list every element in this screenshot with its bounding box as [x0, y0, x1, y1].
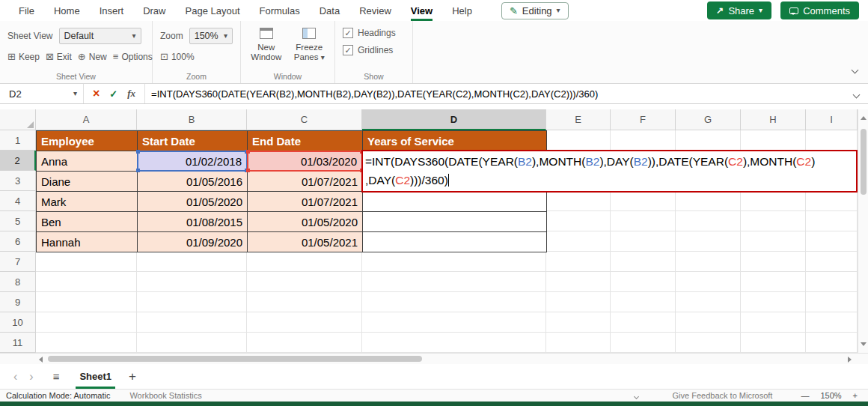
tab-view[interactable]: View	[401, 0, 442, 21]
reference-handle[interactable]	[136, 150, 140, 154]
tab-draw[interactable]: Draw	[133, 0, 175, 21]
cell-B6[interactable]: 01/09/2020	[137, 231, 248, 252]
cell-B5[interactable]: 01/08/2015	[137, 211, 248, 232]
bottom-accent-bar	[0, 402, 868, 406]
tab-review[interactable]: Review	[349, 0, 401, 21]
cell-A5[interactable]: Ben	[36, 211, 138, 232]
cell-A6[interactable]: Hannah	[36, 231, 138, 252]
gridlines-checkbox-row[interactable]: ✓ Gridlines	[343, 45, 405, 55]
cell-D1[interactable]: Years of Service	[362, 130, 547, 151]
exit-button[interactable]: ⊠ Exit	[46, 51, 72, 62]
cell-D6[interactable]	[362, 231, 547, 252]
new-window-button[interactable]: New Window	[248, 28, 284, 62]
zoom-dropdown[interactable]: 150% ▾	[189, 28, 233, 44]
keep-button[interactable]: ⊞ Keep	[7, 51, 40, 62]
cell-A2[interactable]: Anna	[36, 151, 138, 172]
tab-formulas[interactable]: Formulas	[250, 0, 310, 21]
zoom-100-button[interactable]: ⊡ 100%	[160, 51, 195, 62]
scroll-left-arrow-icon[interactable]	[39, 357, 43, 363]
enter-icon[interactable]: ✓	[109, 88, 117, 100]
cell-B1[interactable]: Start Date	[137, 130, 248, 151]
next-sheet-icon[interactable]: ›	[23, 370, 39, 384]
formula-input[interactable]: =INT(DAYS360(DATE(YEAR(B2),MONTH(B2),DAY…	[145, 88, 845, 100]
freeze-panes-button[interactable]: Freeze Panes ▾	[292, 28, 328, 62]
name-box[interactable]: D2 ▾	[0, 84, 84, 103]
tab-data[interactable]: Data	[310, 0, 349, 21]
scroll-down-arrow-icon[interactable]	[861, 342, 867, 346]
formula-segment: B2	[634, 155, 648, 168]
tab-home[interactable]: Home	[44, 0, 90, 21]
share-label: Share	[728, 5, 754, 16]
give-feedback-link[interactable]: Give Feedback to Microsoft	[673, 391, 773, 400]
show-group-label: Show	[335, 72, 412, 81]
share-button[interactable]: ↗ Share ▾	[707, 1, 771, 19]
reference-handle[interactable]	[246, 150, 250, 154]
headings-checkbox-row[interactable]: ✓ Headings	[343, 28, 405, 38]
formula-segment: B2	[585, 155, 599, 168]
share-icon: ↗	[716, 5, 724, 16]
headings-checkbox[interactable]: ✓	[343, 28, 353, 38]
collapse-ribbon-button[interactable]	[852, 62, 858, 76]
scroll-up-arrow-icon[interactable]	[861, 116, 867, 120]
options-button[interactable]: ≡ Options	[113, 51, 153, 62]
vertical-scrollbar-thumb[interactable]	[861, 129, 867, 195]
cell-A4[interactable]: Mark	[36, 191, 138, 212]
tab-page-layout[interactable]: Page Layout	[176, 0, 250, 21]
cell-B2-referenced[interactable]: 01/02/2018	[137, 151, 248, 172]
sheet-view-dropdown-value: Default	[64, 31, 94, 41]
horizontal-scrollbar[interactable]	[0, 353, 868, 364]
formula-bar-buttons: × ✓ fx	[84, 84, 145, 103]
insert-function-icon[interactable]: fx	[127, 88, 135, 100]
zoom-in-icon[interactable]: +	[853, 391, 858, 400]
scroll-right-arrow-icon[interactable]	[848, 357, 852, 363]
reference-handle[interactable]	[136, 169, 140, 172]
cell-D4[interactable]	[362, 191, 547, 212]
cell-B2-value: 01/02/2018	[186, 155, 242, 168]
cell-C6[interactable]: 01/05/2021	[247, 231, 363, 252]
zoom-controls: — 150% +	[801, 391, 858, 400]
tab-insert[interactable]: Insert	[90, 0, 134, 21]
ribbon: Sheet View Default ▾ ⊞ Keep ⊠ Exit ⊕ New	[0, 21, 868, 84]
new-sheet-view-button[interactable]: ⊕ New	[78, 51, 107, 62]
cell-C3[interactable]: 01/07/2021	[247, 171, 363, 192]
formula-segment: ),DAY(	[599, 155, 633, 168]
cell-A1[interactable]: Employee	[36, 130, 138, 151]
tab-file[interactable]: File	[9, 0, 44, 21]
sheet-list-menu-icon[interactable]: ≡	[47, 370, 66, 383]
cell-C1[interactable]: End Date	[247, 130, 363, 151]
formula-editor-overlay[interactable]: =INT(DAYS360(DATE(YEAR(B2),MONTH(B2),DAY…	[361, 150, 858, 193]
keep-icon: ⊞	[7, 51, 16, 62]
vertical-scrollbar[interactable]	[858, 109, 868, 353]
horizontal-scrollbar-thumb[interactable]	[48, 356, 422, 362]
cell-C2-value: 01/03/2020	[301, 155, 357, 168]
cell-B4[interactable]: 01/05/2020	[137, 191, 248, 212]
statusbar-chevron-icon[interactable]	[635, 391, 638, 400]
add-sheet-icon[interactable]: +	[129, 369, 136, 384]
calculation-mode-status[interactable]: Calculation Mode: Automatic	[6, 391, 110, 400]
formula-segment: =INT(DAYS360(DATE(YEAR(	[365, 155, 518, 168]
keep-label: Keep	[19, 52, 40, 62]
sheet-tab-sheet1[interactable]: Sheet1	[76, 364, 115, 389]
chevron-down-icon: ▾	[557, 7, 560, 14]
cell-C4[interactable]: 01/07/2021	[247, 191, 363, 212]
workbook-statistics-button[interactable]: Workbook Statistics	[129, 391, 201, 400]
expand-formula-bar-button[interactable]	[845, 87, 868, 100]
previous-sheet-icon[interactable]: ‹	[7, 370, 23, 384]
zoom-out-icon[interactable]: —	[801, 391, 809, 400]
zoom-100-label: 100%	[171, 52, 195, 62]
editing-mode-button[interactable]: ✎ Editing ▾	[501, 2, 569, 19]
cancel-icon[interactable]: ×	[93, 87, 100, 100]
cell-C2-referenced[interactable]: 01/03/2020	[247, 151, 363, 172]
cell-C5[interactable]: 01/05/2020	[247, 211, 363, 232]
cell-B3[interactable]: 01/05/2016	[137, 171, 248, 192]
sheet-view-dropdown[interactable]: Default ▾	[59, 28, 141, 44]
tab-help[interactable]: Help	[442, 0, 482, 21]
zoom-level[interactable]: 150%	[820, 391, 841, 400]
cell-D5[interactable]	[362, 211, 547, 232]
sheet-view-group: Sheet View Default ▾ ⊞ Keep ⊠ Exit ⊕ New	[0, 21, 153, 83]
comments-button[interactable]: Comments	[780, 1, 859, 19]
options-icon: ≡	[113, 51, 119, 62]
reference-handle[interactable]	[246, 169, 250, 172]
cell-A3[interactable]: Diane	[36, 171, 138, 192]
gridlines-checkbox[interactable]: ✓	[343, 45, 353, 55]
